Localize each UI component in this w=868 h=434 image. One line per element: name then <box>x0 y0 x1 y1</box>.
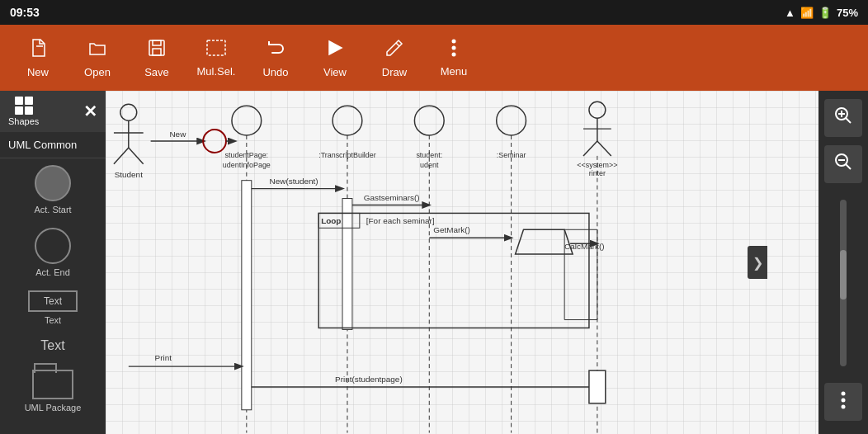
svg-text:Print(studentpage): Print(studentpage) <box>335 375 403 384</box>
draw-icon <box>384 38 404 63</box>
svg-point-71 <box>842 398 846 402</box>
text-box-label: Text <box>45 315 61 325</box>
svg-point-70 <box>842 391 846 395</box>
svg-text:New: New <box>169 130 186 139</box>
svg-point-31 <box>497 106 526 135</box>
save-label: Save <box>144 66 169 78</box>
act-end-label: Act. End <box>35 267 70 277</box>
wifi-icon: ▲ <box>785 7 795 19</box>
svg-line-14 <box>129 148 144 164</box>
shapes-button[interactable]: Shapes <box>8 97 39 126</box>
svg-text:udent: udent <box>420 161 439 169</box>
menu-button[interactable]: Menu <box>424 29 484 87</box>
save-button[interactable]: Save <box>127 29 186 87</box>
svg-point-8 <box>452 45 456 50</box>
open-label: Open <box>84 66 111 78</box>
scrollbar-thumb[interactable] <box>840 250 847 300</box>
mulsel-icon <box>205 39 227 62</box>
svg-text:New(student): New(student) <box>270 177 318 186</box>
svg-text:Loop: Loop <box>321 216 341 225</box>
right-panel <box>818 91 868 434</box>
new-icon <box>28 38 48 63</box>
svg-point-72 <box>842 404 846 408</box>
view-button[interactable]: View <box>305 29 365 87</box>
svg-text:Print: Print <box>155 353 172 362</box>
svg-text:udentInfoPage: udentInfoPage <box>223 161 271 169</box>
collapse-button[interactable]: ❯ <box>748 246 767 279</box>
svg-text:GetMark(): GetMark() <box>433 225 470 234</box>
svg-marker-5 <box>329 41 342 54</box>
draw-label: Draw <box>382 66 407 78</box>
scrollbar-track[interactable] <box>840 200 847 366</box>
svg-line-13 <box>114 148 129 164</box>
mulsel-button[interactable]: Mul.Sel. <box>186 29 246 87</box>
svg-text::Seminar: :Seminar <box>497 151 526 159</box>
view-label: View <box>323 66 347 78</box>
draw-button[interactable]: Draw <box>365 29 424 87</box>
text-plain-shape: Text <box>40 338 64 353</box>
zoom-out-button[interactable] <box>824 145 862 183</box>
category-label: UML Common <box>0 132 106 158</box>
zoom-in-button[interactable] <box>824 99 862 137</box>
svg-text:student:: student: <box>416 151 442 159</box>
view-icon <box>325 38 345 63</box>
svg-rect-4 <box>207 40 225 55</box>
svg-point-20 <box>232 106 262 135</box>
canvas-area[interactable]: Student New studentPage: udentInfoPage :… <box>106 91 818 434</box>
svg-text:Student: Student <box>115 170 143 179</box>
svg-text:rinter: rinter <box>589 169 606 177</box>
signal-icon: 📶 <box>800 7 814 19</box>
svg-point-17 <box>203 130 226 153</box>
undo-button[interactable]: Undo <box>246 29 305 87</box>
save-icon <box>147 38 167 63</box>
more-icon <box>841 391 846 413</box>
svg-line-68 <box>846 164 851 169</box>
svg-line-6 <box>396 43 399 46</box>
text-box-shape: Text <box>28 290 78 312</box>
menu-icon <box>451 39 456 62</box>
svg-rect-43 <box>342 199 352 330</box>
actor-student: Student <box>114 104 144 178</box>
svg-text:[For each seminar]: [For each seminar] <box>366 216 435 225</box>
shape-text-box[interactable]: Text Text <box>0 284 106 332</box>
svg-rect-1 <box>149 40 164 55</box>
svg-text:studentPage:: studentPage: <box>225 151 269 159</box>
undo-icon <box>266 38 285 63</box>
menu-label: Menu <box>441 65 468 78</box>
svg-line-37 <box>583 141 597 156</box>
battery-icon: 🔋 <box>818 7 832 19</box>
svg-point-27 <box>414 106 444 135</box>
svg-rect-3 <box>153 49 161 55</box>
shape-act-end[interactable]: Act. End <box>0 221 106 284</box>
svg-point-10 <box>120 104 137 120</box>
act-start-label: Act. Start <box>34 205 71 215</box>
main-layout: Shapes ✕ UML Common Act. Start Act. End … <box>0 91 868 434</box>
svg-rect-42 <box>242 181 252 410</box>
uml-package-shape <box>32 370 73 399</box>
svg-rect-62 <box>589 370 606 403</box>
act-start-shape <box>35 165 71 201</box>
time: 09:53 <box>10 6 40 19</box>
toolbar: New Open Save Mul.Sel. <box>0 25 868 91</box>
battery-level: 75% <box>837 7 858 19</box>
svg-text:Gastseminars(): Gastseminars() <box>364 193 420 202</box>
more-button[interactable] <box>824 383 862 421</box>
svg-point-24 <box>333 106 362 135</box>
close-button[interactable]: ✕ <box>83 101 97 121</box>
zoom-out-icon <box>834 153 852 176</box>
shapes-grid-icon <box>15 97 33 115</box>
shape-uml-package[interactable]: UML Package <box>0 363 106 419</box>
act-end-shape <box>35 228 71 264</box>
svg-line-38 <box>597 141 611 156</box>
mulsel-label: Mul.Sel. <box>197 65 236 78</box>
new-label: New <box>27 66 49 78</box>
shape-text-plain[interactable]: Text <box>0 332 106 363</box>
uml-package-label: UML Package <box>25 403 82 413</box>
svg-text:<<system>>: <<system>> <box>577 161 617 169</box>
svg-text::TranscriptBuilder: :TranscriptBuilder <box>318 151 376 159</box>
new-button[interactable]: New <box>8 29 68 87</box>
svg-line-64 <box>846 118 851 123</box>
shape-act-start[interactable]: Act. Start <box>0 158 106 221</box>
open-button[interactable]: Open <box>68 29 127 87</box>
panel-header: Shapes ✕ <box>0 91 106 132</box>
